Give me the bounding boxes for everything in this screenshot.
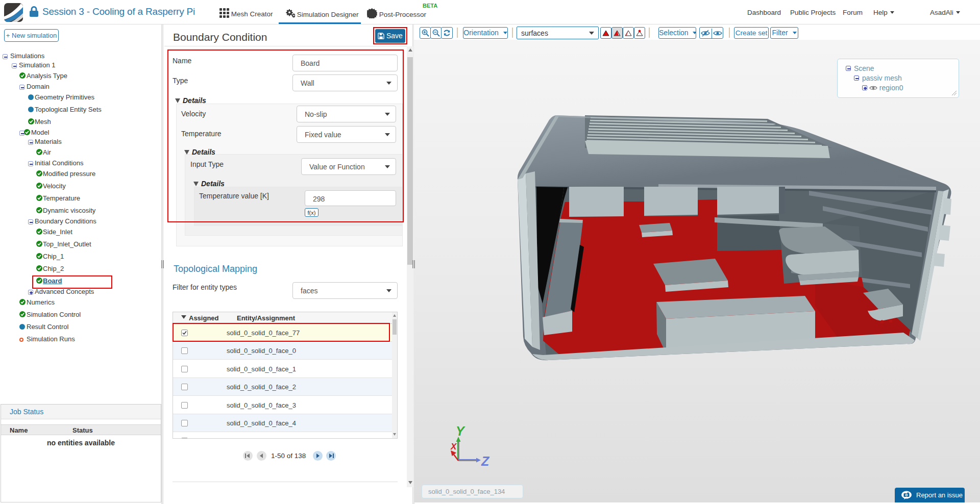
svg-text:Y: Y: [456, 425, 465, 438]
svg-text:Z: Z: [481, 454, 490, 468]
svg-text:X: X: [450, 442, 457, 451]
